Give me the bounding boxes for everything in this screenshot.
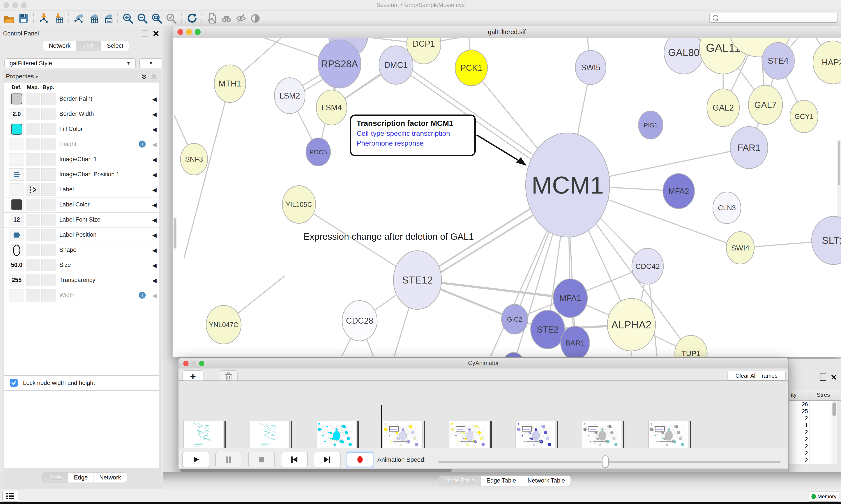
- network-node-gcy1[interactable]: GCY1: [790, 100, 818, 133]
- expand-row-icon[interactable]: ◀: [152, 217, 157, 223]
- frame-handle[interactable]: [690, 421, 691, 451]
- export-image-icon[interactable]: [100, 12, 115, 24]
- zoom-selected-icon[interactable]: [164, 12, 179, 24]
- frame-handle[interactable]: [557, 421, 558, 451]
- network-node-swi4[interactable]: SWI4: [726, 232, 754, 264]
- property-row-label-color[interactable]: Label Color◀: [4, 197, 159, 213]
- tab-node[interactable]: Node: [42, 473, 68, 483]
- network-node-gal2[interactable]: GAL2: [707, 89, 739, 127]
- frame-thumbnail-6[interactable]: [582, 421, 622, 451]
- network-canvas[interactable]: RPS28BDCP1PCK1SWI5GAL80GAL11STE4HAP2MTH1…: [173, 38, 841, 357]
- network-node-mth1[interactable]: MTH1: [214, 65, 246, 103]
- first-neighbors-icon[interactable]: [219, 12, 234, 24]
- tab-network[interactable]: Network: [43, 41, 76, 51]
- expand-row-icon[interactable]: ◀: [152, 156, 157, 163]
- network-node-lsm4[interactable]: LSM4: [316, 90, 347, 125]
- network-node-dmc1[interactable]: DMC1: [379, 46, 413, 84]
- expand-row-icon[interactable]: ◀: [152, 126, 157, 133]
- property-row-height[interactable]: Heighti◀: [4, 137, 159, 152]
- network-node-mfa2[interactable]: MFA2: [663, 174, 695, 209]
- property-row-image-chart-position-1[interactable]: Image/Chart Position 1◀: [4, 167, 159, 182]
- table-cell[interactable]: 1: [788, 422, 831, 429]
- network-document-icon[interactable]: [205, 12, 219, 24]
- expand-row-icon[interactable]: ◀: [152, 186, 157, 193]
- network-node-cdc28[interactable]: CDC28: [342, 301, 377, 341]
- collapse-all-icon[interactable]: [150, 73, 158, 81]
- network-node-rps28a[interactable]: RPS28A: [318, 40, 361, 88]
- cyanimator-titlebar[interactable]: CyAnimator: [179, 358, 788, 369]
- frame-thumbnail-2[interactable]: [316, 421, 356, 451]
- tab-network-table[interactable]: Network Table: [522, 476, 571, 486]
- clear-all-frames-button[interactable]: Clear All Frames: [727, 371, 786, 381]
- frame-handle[interactable]: [291, 421, 292, 451]
- frame-handle[interactable]: [424, 421, 425, 451]
- table-cell[interactable]: 26: [788, 401, 831, 408]
- frame-handle[interactable]: [225, 421, 226, 451]
- table-cell[interactable]: 2: [788, 436, 831, 443]
- save-session-icon[interactable]: [16, 12, 31, 24]
- network-node-yil105c[interactable]: YIL105C: [282, 186, 316, 223]
- export-network-icon[interactable]: [71, 12, 86, 24]
- close-panel-icon[interactable]: [153, 31, 159, 36]
- network-node-pdc5[interactable]: PDC5: [306, 138, 330, 166]
- network-node-ste2[interactable]: STE2: [531, 310, 565, 349]
- network-node-alpha2[interactable]: ALPHA2: [607, 299, 656, 351]
- network-node-smallpurple[interactable]: [503, 353, 524, 357]
- network-node-ste12[interactable]: STE12: [393, 251, 442, 309]
- zoom-fit-icon[interactable]: [149, 12, 164, 24]
- annotation-link[interactable]: Cell-type-specific transcription: [357, 129, 475, 138]
- tab-style[interactable]: Style: [76, 41, 101, 51]
- property-row-fill-color[interactable]: Fill Color◀: [4, 122, 159, 137]
- frame-thumbnail-3[interactable]: [382, 421, 423, 451]
- table-cell[interactable]: 2: [788, 450, 831, 457]
- property-row-border-paint[interactable]: Border Paint◀: [4, 92, 159, 107]
- network-node-swi5[interactable]: SWI5: [575, 50, 606, 85]
- import-network-icon[interactable]: [37, 12, 51, 24]
- search-input[interactable]: [709, 13, 838, 23]
- frame-handle[interactable]: [490, 421, 492, 451]
- zoom-out-icon[interactable]: [135, 12, 149, 24]
- hide-details-icon[interactable]: [234, 12, 248, 24]
- expand-row-icon[interactable]: ◀: [152, 141, 157, 148]
- skip-start-button[interactable]: [281, 452, 308, 467]
- network-node-lsm2[interactable]: LSM2: [274, 78, 305, 114]
- network-node-far1[interactable]: FAR1: [730, 127, 768, 168]
- table-cell[interactable]: 2: [788, 429, 831, 436]
- expression-annotation-text[interactable]: Expression change after deletion of GAL1: [304, 231, 474, 242]
- open-session-icon[interactable]: [2, 12, 16, 24]
- cyanimator-hscrollbar[interactable]: [179, 469, 788, 472]
- record-button[interactable]: [347, 452, 373, 467]
- column-header[interactable]: Stres: [817, 392, 830, 398]
- property-row-image-chart-1[interactable]: Image/Chart 1◀: [4, 152, 159, 167]
- property-row-width[interactable]: Widthi◀: [4, 288, 159, 303]
- expand-row-icon[interactable]: ◀: [152, 247, 157, 254]
- tab-edge[interactable]: Edge: [68, 473, 94, 483]
- expand-row-icon[interactable]: ◀: [152, 262, 157, 269]
- network-node-pis1[interactable]: PIS1: [639, 111, 663, 139]
- frame-thumbnail-5[interactable]: [516, 421, 555, 451]
- network-node-gal80[interactable]: GAL80: [664, 38, 703, 74]
- frame-thumbnail-7[interactable]: [648, 421, 688, 451]
- property-row-size[interactable]: 50.0Size◀: [4, 258, 159, 273]
- network-node-gal7[interactable]: GAL7: [748, 85, 783, 125]
- stop-button[interactable]: [248, 452, 275, 467]
- import-table-icon[interactable]: [51, 12, 66, 24]
- property-row-label-position[interactable]: Label Position◀: [4, 228, 159, 243]
- network-vscrollbar-right[interactable]: [837, 140, 841, 217]
- frame-thumbnail-0[interactable]: [183, 421, 223, 451]
- lock-size-checkbox[interactable]: [10, 379, 18, 386]
- expand-row-icon[interactable]: ◀: [152, 96, 157, 103]
- tab-select[interactable]: Select: [101, 41, 129, 51]
- expand-row-icon[interactable]: ◀: [152, 232, 157, 239]
- refresh-view-icon[interactable]: [184, 12, 199, 24]
- network-window-titlebar[interactable]: galFiltered.sif: [173, 26, 841, 38]
- frame-thumbnail-4[interactable]: [449, 421, 489, 451]
- tab-node-table[interactable]: Node Table: [439, 476, 481, 486]
- network-vscrollbar-left[interactable]: [173, 217, 177, 250]
- timeline-cursor[interactable]: [381, 405, 382, 449]
- expand-row-icon[interactable]: ◀: [152, 292, 157, 299]
- network-node-snf3[interactable]: SNF3: [180, 143, 208, 175]
- table-cell[interactable]: 2: [788, 443, 831, 450]
- network-node-cdc42[interactable]: CDC42: [632, 248, 663, 284]
- table-cell[interactable]: 2: [788, 415, 831, 422]
